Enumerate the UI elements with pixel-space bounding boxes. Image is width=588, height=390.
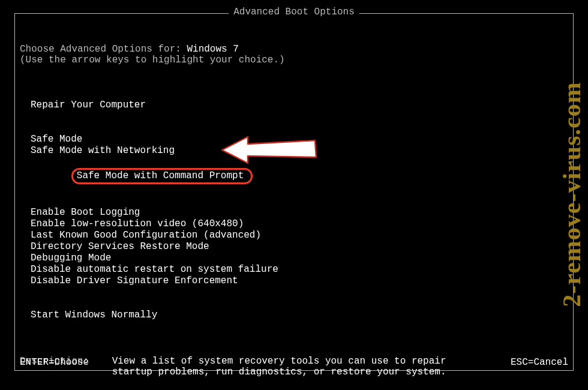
option-start-normally[interactable]: Start Windows Normally [31,310,568,321]
enter-hint: ENTER=Choose [20,357,89,368]
choose-prompt: Choose Advanced Options for: Windows 7 [20,44,568,55]
esc-hint: ESC=Cancel [511,357,568,368]
option-safe-mode-networking[interactable]: Safe Mode with Networking [31,145,568,157]
option-last-known-good[interactable]: Last Known Good Configuration (advanced) [31,230,568,241]
watermark-text: 2-remove-virus.com [557,82,586,307]
footer-bar: ENTER=Choose ESC=Cancel [20,357,568,368]
option-disable-auto-restart[interactable]: Disable automatic restart on system fail… [31,264,568,275]
option-debugging-mode[interactable]: Debugging Mode [31,253,568,264]
os-name: Windows 7 [187,44,238,55]
option-low-res-video[interactable]: Enable low-resolution video (640x480) [31,218,568,230]
nav-hint: (Use the arrow keys to highlight your ch… [20,55,568,65]
option-boot-logging[interactable]: Enable Boot Logging [31,207,568,218]
boot-options-panel: Advanced Boot Options Choose Advanced Op… [14,13,574,371]
highlighted-option: Safe Mode with Command Prompt [71,168,253,184]
option-ds-restore-mode[interactable]: Directory Services Restore Mode [31,241,568,253]
option-safe-mode[interactable]: Safe Mode [31,134,568,145]
option-safe-mode-cmd[interactable]: Safe Mode with Command Prompt [31,157,568,196]
option-repair-computer[interactable]: Repair Your Computer [31,100,568,111]
option-disable-driver-sig[interactable]: Disable Driver Signature Enforcement [31,275,568,287]
